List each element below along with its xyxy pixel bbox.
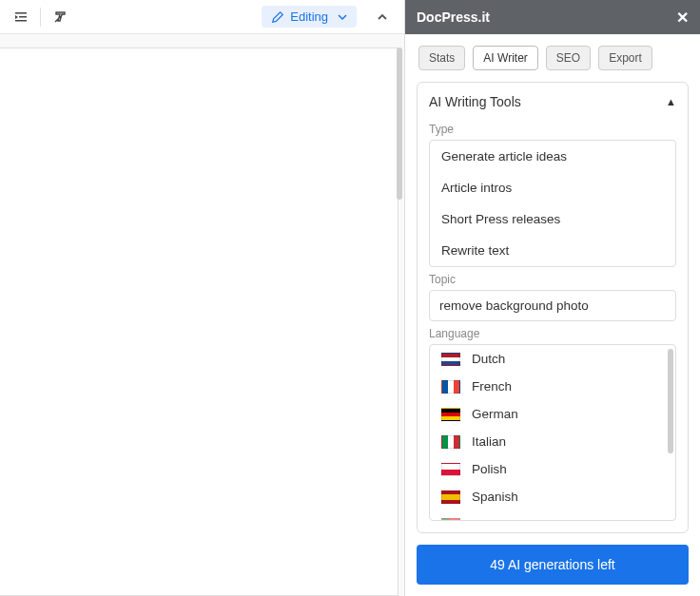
caret-down-icon xyxy=(338,12,347,22)
clear-format-icon[interactable] xyxy=(47,4,73,30)
language-scrollbar-thumb[interactable] xyxy=(668,349,673,453)
language-scrollbar[interactable] xyxy=(668,349,673,516)
language-name: Italian xyxy=(472,434,506,449)
editor-area: Editing xyxy=(0,0,405,596)
sidebar-panel: DocPress.it ✕ Stats AI Writer SEO Export… xyxy=(405,0,700,596)
language-list: Dutch French German Italian Polish Spani… xyxy=(429,344,676,521)
language-name: French xyxy=(472,379,512,394)
indent-icon[interactable] xyxy=(8,4,34,30)
type-option[interactable]: Short Press releases xyxy=(430,203,675,235)
tab-seo[interactable]: SEO xyxy=(546,46,591,70)
ai-tools-title: AI Writing Tools xyxy=(429,94,521,109)
type-option-list: Generate article ideas Article intros Sh… xyxy=(429,140,676,267)
flag-nl-icon xyxy=(441,353,460,366)
editing-mode-label: Editing xyxy=(290,10,328,24)
editor-toolbar: Editing xyxy=(0,0,404,34)
ai-tools-box: AI Writing Tools ▲ Type Generate article… xyxy=(417,82,689,533)
language-name: Polish xyxy=(472,462,507,476)
pencil-icon xyxy=(271,10,284,24)
collapse-triangle-icon: ▲ xyxy=(666,96,676,107)
language-name: German xyxy=(472,407,518,421)
toolbar-separator xyxy=(40,8,41,27)
type-label: Type xyxy=(429,123,676,136)
flag-es-icon xyxy=(441,490,460,504)
type-option[interactable]: Generate article ideas xyxy=(430,141,675,172)
type-option[interactable]: Article intros xyxy=(430,172,675,203)
topic-label: Topic xyxy=(429,273,676,286)
topic-input[interactable] xyxy=(429,290,676,321)
ai-tools-header[interactable]: AI Writing Tools ▲ xyxy=(429,92,676,117)
language-name: Spanish xyxy=(472,490,518,504)
generate-button[interactable]: 49 AI generations left xyxy=(417,545,689,585)
language-option[interactable]: Italian xyxy=(430,428,675,455)
flag-fr-icon xyxy=(441,380,460,394)
language-option[interactable]: Dutch xyxy=(430,345,675,373)
language-option[interactable]: Portuguese xyxy=(430,510,675,521)
language-name: Portuguese xyxy=(472,517,537,521)
panel-header: DocPress.it ✕ xyxy=(405,0,700,34)
editing-mode-button[interactable]: Editing xyxy=(262,6,357,28)
language-option[interactable]: Spanish xyxy=(430,483,675,510)
language-option[interactable]: French xyxy=(430,373,675,400)
language-option[interactable]: Polish xyxy=(430,455,675,483)
document-scrollbar-thumb[interactable] xyxy=(397,48,402,200)
tab-stats[interactable]: Stats xyxy=(418,46,465,70)
document-surface[interactable] xyxy=(0,48,399,596)
close-icon[interactable]: ✕ xyxy=(676,9,689,27)
language-option[interactable]: German xyxy=(430,400,675,428)
tab-ai-writer[interactable]: AI Writer xyxy=(473,46,537,70)
language-label: Language xyxy=(429,327,676,340)
flag-pl-icon xyxy=(441,463,460,476)
chevron-up-icon xyxy=(377,11,388,23)
document-scrollbar[interactable] xyxy=(397,48,402,588)
type-option[interactable]: Rewrite text xyxy=(430,235,675,266)
panel-title: DocPress.it xyxy=(417,10,490,25)
language-name: Dutch xyxy=(472,352,505,366)
flag-pt-icon xyxy=(441,518,460,522)
flag-it-icon xyxy=(441,435,460,449)
tab-export[interactable]: Export xyxy=(598,46,652,70)
flag-de-icon xyxy=(441,408,460,421)
panel-tabs: Stats AI Writer SEO Export xyxy=(405,34,700,78)
collapse-toolbar-button[interactable] xyxy=(368,4,397,30)
